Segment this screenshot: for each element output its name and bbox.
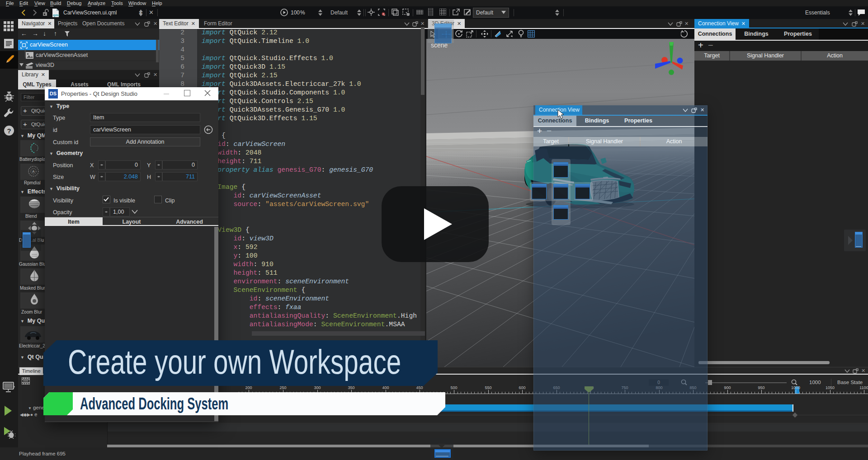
svg-text:A: A: [32, 169, 35, 174]
svg-text:qml: qml: [53, 13, 59, 17]
svg-text:?: ?: [7, 127, 11, 135]
